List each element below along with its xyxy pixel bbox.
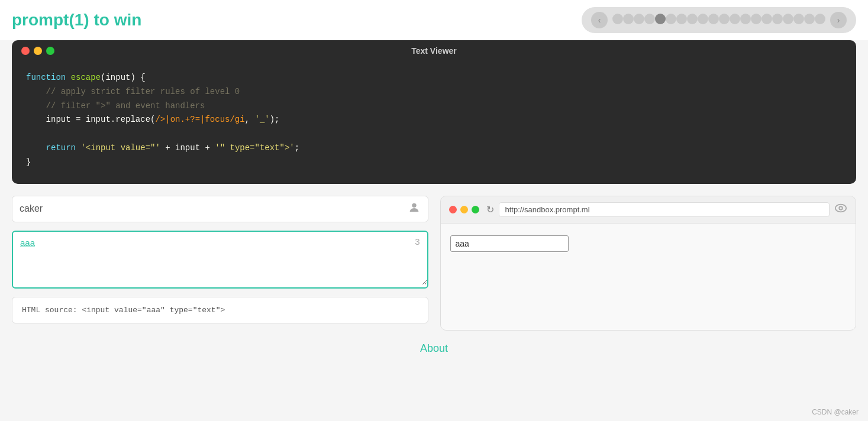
left-column: 3 HTML source: <input value="aaa" type="… bbox=[12, 196, 428, 323]
titlebar-label: Text Viewer bbox=[411, 46, 457, 56]
two-col-layout: 3 HTML source: <input value="aaa" type="… bbox=[12, 196, 856, 331]
browser-eye-icon[interactable] bbox=[834, 203, 847, 216]
pagination-dot-1[interactable] bbox=[612, 14, 623, 24]
pagination-dot-4[interactable] bbox=[644, 14, 655, 24]
username-input[interactable] bbox=[20, 203, 408, 214]
site-title: prompt(1) to win bbox=[12, 11, 141, 30]
pagination-dot-8[interactable] bbox=[687, 14, 698, 24]
code-line: } bbox=[26, 156, 842, 170]
username-input-row bbox=[12, 196, 428, 222]
header: prompt(1) to win ‹ › bbox=[0, 0, 868, 40]
dot-yellow bbox=[34, 47, 42, 55]
pagination: ‹ › bbox=[582, 7, 856, 33]
pagination-dot-14[interactable] bbox=[751, 14, 761, 24]
pagination-dot-11[interactable] bbox=[719, 14, 730, 24]
browser-rendered-input[interactable] bbox=[450, 235, 569, 252]
browser-dot-green bbox=[472, 206, 479, 213]
payload-textarea[interactable] bbox=[13, 232, 427, 285]
pagination-next[interactable]: › bbox=[830, 12, 847, 28]
code-viewer: Text Viewer function escape(input) { // … bbox=[12, 40, 856, 184]
svg-point-0 bbox=[412, 203, 416, 207]
dot-red bbox=[21, 47, 30, 55]
payload-textarea-wrapper: 3 bbox=[12, 231, 428, 289]
code-line: function escape(input) { bbox=[26, 71, 842, 85]
pagination-prev[interactable]: ‹ bbox=[591, 12, 608, 28]
footer: CSDN @caker bbox=[812, 408, 859, 416]
char-count: 3 bbox=[415, 237, 420, 247]
pagination-dot-6[interactable] bbox=[666, 14, 676, 24]
browser-dot-yellow bbox=[460, 206, 468, 213]
pagination-dot-10[interactable] bbox=[708, 14, 719, 24]
titlebar-dots bbox=[21, 47, 54, 55]
pagination-dot-9[interactable] bbox=[698, 14, 708, 24]
browser-dots bbox=[449, 206, 479, 213]
pagination-dot-12[interactable] bbox=[730, 14, 740, 24]
pagination-dot-15[interactable] bbox=[761, 14, 772, 24]
browser-url-bar: http://sandbox.prompt.ml bbox=[499, 202, 830, 217]
svg-point-1 bbox=[835, 204, 846, 212]
about-section: About bbox=[12, 331, 856, 361]
pagination-dot-16[interactable] bbox=[772, 14, 783, 24]
pagination-dot-20[interactable] bbox=[815, 14, 825, 24]
code-line: input = input.replace(/>|on.+?=|focus/gi… bbox=[26, 113, 842, 127]
pagination-dot-5[interactable] bbox=[655, 14, 666, 24]
right-column: ↻ http://sandbox.prompt.ml bbox=[440, 196, 857, 331]
code-line: // filter ">" and event handlers bbox=[26, 99, 842, 114]
browser-content bbox=[441, 224, 856, 330]
html-source: HTML source: <input value="aaa" type="te… bbox=[12, 297, 428, 323]
browser-dot-red bbox=[449, 206, 457, 213]
browser-toolbar: ↻ http://sandbox.prompt.ml bbox=[441, 196, 856, 224]
pagination-dot-18[interactable] bbox=[793, 14, 804, 24]
about-link[interactable]: About bbox=[420, 342, 448, 354]
code-line bbox=[26, 127, 842, 141]
svg-point-2 bbox=[839, 206, 843, 210]
pagination-dot-7[interactable] bbox=[676, 14, 687, 24]
dot-green bbox=[46, 47, 54, 55]
code-line: return '<input value="' + input + '" typ… bbox=[26, 141, 842, 156]
code-line: // apply strict filter rules of level 0 bbox=[26, 85, 842, 99]
pagination-dot-2[interactable] bbox=[623, 14, 634, 24]
browser-mock: ↻ http://sandbox.prompt.ml bbox=[440, 196, 857, 331]
pagination-dot-17[interactable] bbox=[783, 14, 793, 24]
pagination-dot-3[interactable] bbox=[634, 14, 644, 24]
pagination-dot-13[interactable] bbox=[740, 14, 751, 24]
code-body: function escape(input) { // apply strict… bbox=[12, 61, 856, 184]
user-icon bbox=[408, 201, 421, 217]
browser-refresh-icon[interactable]: ↻ bbox=[486, 204, 494, 215]
titlebar: Text Viewer bbox=[12, 40, 856, 61]
pagination-dot-19[interactable] bbox=[804, 14, 815, 24]
main-content: Text Viewer function escape(input) { // … bbox=[0, 40, 868, 373]
